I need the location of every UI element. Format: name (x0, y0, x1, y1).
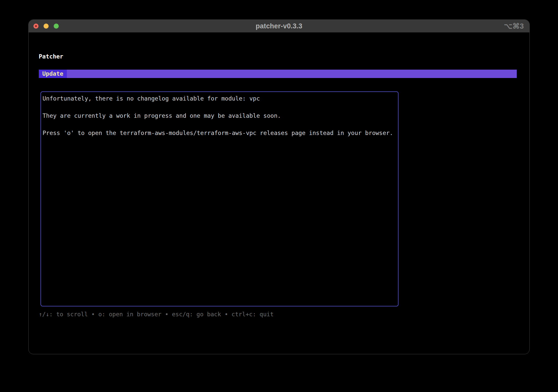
blank-line (43, 120, 398, 129)
tab-update[interactable]: Update (39, 70, 67, 78)
changelog-viewport[interactable]: Unfortunately, there is no changelog ava… (41, 91, 398, 306)
terminal-window: patcher-v0.3.3 ⌥⌘3 Patcher Update Unfort… (28, 19, 530, 354)
help-bar: ↑/↓: to scroll • o: open in browser • es… (39, 310, 274, 319)
blank-line (43, 103, 398, 111)
window-title: patcher-v0.3.3 (29, 22, 529, 30)
tab-bar: Update (39, 70, 517, 78)
titlebar[interactable]: patcher-v0.3.3 ⌥⌘3 (29, 20, 529, 32)
app-heading: Patcher (39, 52, 63, 61)
window-shortcut-hint: ⌥⌘3 (504, 22, 524, 30)
changelog-line: Unfortunately, there is no changelog ava… (43, 94, 398, 103)
changelog-line: They are currently a work in progress an… (43, 111, 398, 120)
changelog-line: Press 'o' to open the terraform-aws-modu… (43, 129, 398, 137)
